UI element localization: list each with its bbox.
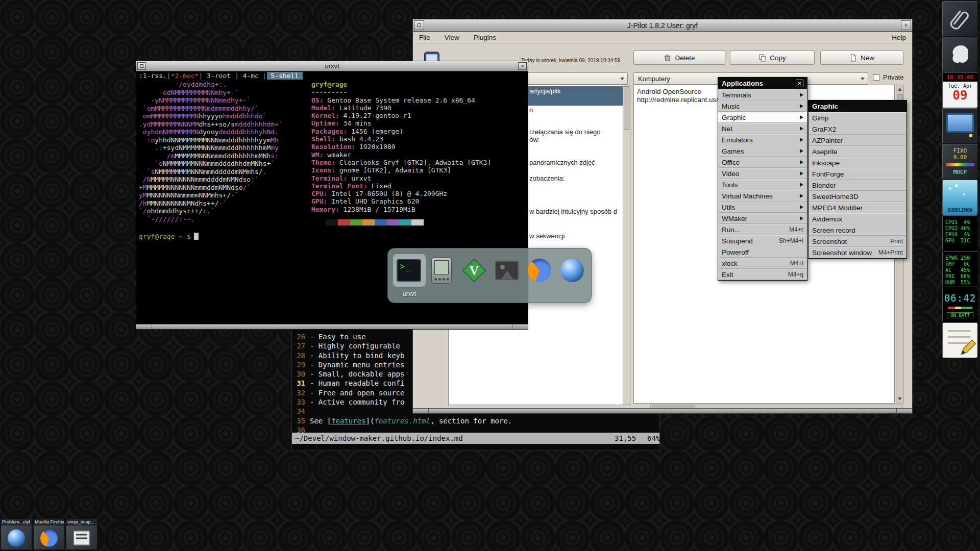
menu-item-virtual-machines[interactable]: Virtual Machines xyxy=(718,190,807,202)
menu-item-tools[interactable]: Tools xyxy=(718,179,807,190)
switcher-app-urxvt[interactable]: >_ xyxy=(395,256,423,285)
menu-item-inkscape[interactable]: Inkscape xyxy=(808,157,906,168)
menu-item-shortcut: M4+q xyxy=(788,271,803,278)
resize-bar[interactable] xyxy=(413,408,912,413)
screen-tab[interactable]: :1-rss. xyxy=(139,72,167,80)
menu-item-net[interactable]: Net xyxy=(718,123,807,134)
menu-item-blender[interactable]: Blender xyxy=(808,180,906,191)
prompt-text: gryf@rage ~ $ xyxy=(139,233,191,240)
dockapp-bubblemon[interactable]: BUBBLEMON xyxy=(942,180,978,215)
jpilot-titlebar[interactable]: J-Pilot 1.8.2 User: gryf × xyxy=(413,19,912,32)
menu-item-sweethome3d[interactable]: SweetHome3D xyxy=(808,191,906,202)
screen-tab[interactable]: *2-moc* xyxy=(171,72,199,80)
menu-item-wmaker[interactable]: WMaker xyxy=(718,213,807,224)
menu-item-grafx2[interactable]: GraFX2 xyxy=(808,123,906,135)
dockapp-notes[interactable] xyxy=(942,322,978,358)
new-button[interactable]: New xyxy=(820,51,903,65)
paperclip-icon xyxy=(947,6,973,32)
menu-item-gimp[interactable]: Gimp xyxy=(808,112,906,123)
menu-item-avidemux[interactable]: Avidemux xyxy=(808,213,906,224)
neofetch-ascii-logo: -/oyddmdhs+:. -odNMMMMMMMMNNmhy+-` -yNMM… xyxy=(139,81,283,223)
minimized-window-vimja-imap[interactable]: vimja_imap... xyxy=(66,518,97,550)
scroll-up-icon[interactable] xyxy=(898,88,902,91)
menu-item-video[interactable]: Video xyxy=(718,168,807,179)
terminal-titlebar[interactable]: urxvt × xyxy=(136,61,528,71)
memo-list-scrollbar[interactable] xyxy=(623,85,630,405)
miniaturize-button[interactable] xyxy=(414,20,424,30)
ascii-art-line: `-//////:--. xyxy=(139,215,283,223)
scrollbar-thumb[interactable] xyxy=(624,86,629,130)
menu-file[interactable]: File xyxy=(419,34,430,41)
miniaturize-button[interactable] xyxy=(137,62,146,70)
menu-item-shortcut: Sh+M4+l xyxy=(779,237,803,244)
menu-item-azpainter[interactable]: AZPainter xyxy=(808,135,906,146)
menu-item-fontforge[interactable]: FontForge xyxy=(808,168,906,180)
notes-icon xyxy=(943,323,977,358)
close-button[interactable]: × xyxy=(901,20,911,30)
menu-item-run[interactable]: Run...M4+r xyxy=(718,224,807,235)
menu-item-aseprite[interactable]: Aseprite xyxy=(808,146,906,157)
switcher-app-image[interactable] xyxy=(493,256,521,285)
menu-item-susupend[interactable]: SusupendSh+M4+l xyxy=(718,235,807,246)
menu-item-screenshot-window[interactable]: Screenshot windowM4+Print xyxy=(808,247,906,258)
memo-list-text-fragment: w sekwencji xyxy=(529,232,565,240)
screen-status-line: :1-rss.|*2-moc*| 3-root | 4-mc | 5-shell xyxy=(139,72,303,80)
private-checkbox[interactable] xyxy=(873,74,879,81)
dockapp-blob[interactable] xyxy=(942,37,978,72)
submenu-arrow-icon xyxy=(800,104,803,108)
neofetch-info-line: GPU: Intel UHD Graphics 620 xyxy=(311,197,491,205)
copy-button[interactable]: Copy xyxy=(730,51,815,65)
delete-button-label: Delete xyxy=(675,54,695,62)
delete-button[interactable]: Delete xyxy=(633,51,725,65)
dockapp-sensors[interactable]: EPWR 290 TMP 0C AC 45% PRS 66% HUM 55% xyxy=(942,251,978,287)
menu-plugins[interactable]: Plugins xyxy=(474,34,496,41)
graphic-submenu-titlebar[interactable]: Graphic xyxy=(808,101,906,112)
menu-view[interactable]: View xyxy=(445,34,459,41)
menu-item-utils[interactable]: Utils xyxy=(718,202,807,213)
switcher-app-palm[interactable] xyxy=(427,256,456,285)
menu-item-mpeg4-modifier[interactable]: MPEG4 Modifier xyxy=(808,202,906,213)
menu-item-label: WMaker xyxy=(722,215,747,222)
ascii-art-line: `sNMMMMMMMMNNNmmmdddddmNMmhs/. xyxy=(139,168,283,176)
dockapp-clip[interactable] xyxy=(942,1,978,37)
menu-item-screen-record[interactable]: Screen record xyxy=(808,224,906,236)
battery-status: ON BATT xyxy=(947,312,973,318)
applications-menu-titlebar[interactable]: Applications × xyxy=(718,78,807,89)
dockapp-cpumon[interactable]: CPU1 4% CPU2 40% CPU4 4% GPU 31C xyxy=(942,215,978,251)
menu-item-xlock[interactable]: xlockM4+l xyxy=(718,258,807,269)
scroll-down-icon[interactable] xyxy=(898,397,902,400)
dockapp-mixer[interactable]: FIXO0.00MOCP xyxy=(942,144,978,180)
switcher-app-globe[interactable] xyxy=(558,256,586,285)
close-icon[interactable]: × xyxy=(796,80,803,87)
menu-item-emulators[interactable]: Emulators xyxy=(718,134,807,145)
tab-separator: | xyxy=(167,72,171,80)
screen-tab[interactable]: 3-root xyxy=(203,72,235,80)
screen-tab[interactable]: 5-shell xyxy=(267,72,303,80)
trash-icon xyxy=(664,54,671,62)
menu-item-office[interactable]: Office xyxy=(718,157,807,168)
menu-item-screenshot[interactable]: ScreenshotPrint xyxy=(808,236,906,247)
dockapp-calclock[interactable]: 18:35:00Tue, Apr09 xyxy=(942,72,978,108)
switcher-app-firefox[interactable] xyxy=(525,256,554,285)
vim-line-text: - Highly configurable xyxy=(310,342,400,350)
dockapp-display[interactable] xyxy=(942,108,978,144)
bubblemon-label: BUBBLEMON xyxy=(943,208,977,213)
minimized-window-problem-ctyl[interactable]: Problem...ctyl xyxy=(1,518,32,550)
minimized-window-mozilla-firefox[interactable]: Mozilla Firefox xyxy=(33,518,65,550)
menu-item-games[interactable]: Games xyxy=(718,145,807,157)
menu-item-exit[interactable]: ExitM4+q xyxy=(718,269,807,280)
dockapp-battclock[interactable]: 06:42ON BATT xyxy=(942,287,978,322)
screen-tab[interactable]: 4-mc xyxy=(239,72,263,80)
close-button[interactable]: × xyxy=(518,62,527,70)
vim-line-text: - Free and open source xyxy=(310,389,404,397)
menu-item-terminals[interactable]: Terminals xyxy=(718,89,807,101)
menu-item-graphic[interactable]: Graphic xyxy=(718,112,807,123)
submenu-arrow-icon xyxy=(800,160,803,164)
resize-bar[interactable] xyxy=(136,324,528,329)
menu-help[interactable]: Help xyxy=(892,34,906,41)
menu-item-poweroff[interactable]: Poweroff xyxy=(718,246,807,258)
neofetch-info-line: Uptime: 34 mins xyxy=(311,119,491,127)
menu-item-label: GraFX2 xyxy=(812,126,836,133)
menu-item-music[interactable]: Music xyxy=(718,101,807,112)
switcher-app-vim[interactable]: V xyxy=(460,256,488,285)
